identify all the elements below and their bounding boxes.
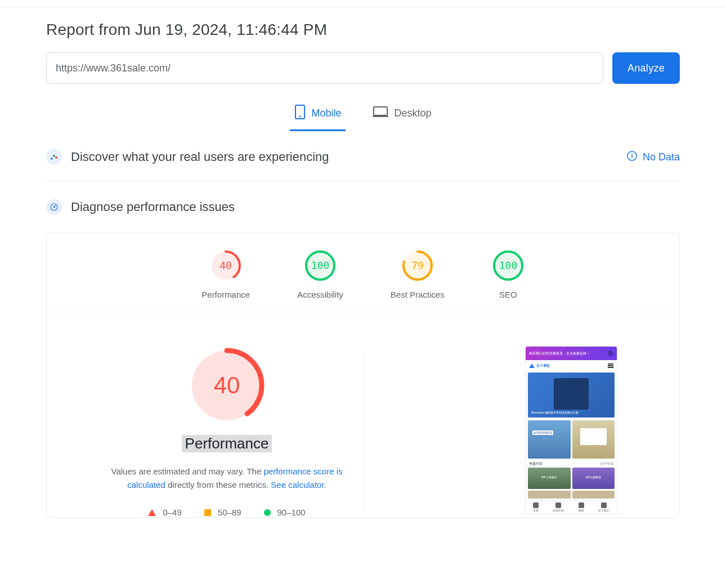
diagnose-panel: 40 Performance 100 Accessibility 79 Bes [46,233,680,518]
tab-mobile[interactable]: Mobile [290,104,346,131]
screenshot-thumbnail[interactable]: 购买我们的托管服务器，全充免费运维！ 乐子博客 Elementor 编辑器常见错… [525,346,617,514]
tab-mobile-label: Mobile [311,107,341,119]
thumb-card-laptop [572,420,615,459]
tab-desktop[interactable]: Desktop [368,104,436,131]
gauge-best-practices[interactable]: 79 Best Practices [391,249,445,299]
diagnose-section: Diagnose performance issues [46,181,680,224]
thumb-hamburger-icon [608,363,613,368]
thumb-banner-text: 购买我们的托管服务器，全充免费运维！ [529,351,590,356]
legend-good: 90–100 [264,508,306,517]
gauge-best-practices-score: 79 [411,259,424,271]
performance-detail: 40 Performance Values are estimated and … [47,312,679,517]
diagnose-icon [46,199,62,215]
legend-mid: 50–89 [204,508,241,517]
square-icon [204,509,211,516]
svg-point-4 [51,158,53,160]
performance-big-label: Performance [182,435,272,452]
svg-point-5 [53,155,55,157]
gauge-seo-score: 100 [499,259,517,271]
svg-point-8 [631,153,633,154]
svg-rect-9 [631,155,633,158]
thumb-hero-image: Elementor 编辑器常见错误及解决方案 [528,372,615,418]
circle-icon [264,509,271,516]
gauge-seo[interactable]: 100 SEO [492,249,525,299]
thumb-banner-close-icon [608,351,613,356]
thumb-bottom-nav: 首页 原创作品 服务 关于我们 [526,500,617,514]
crux-title: Discover what your real users are experi… [71,150,618,164]
url-row: Analyze [46,52,680,84]
thumb-logo: 乐子博客 [529,363,550,369]
vertical-separator [363,352,364,511]
gauges-row: 40 Performance 100 Accessibility 79 Bes [47,249,679,312]
triangle-icon [148,509,156,516]
thumb-card-wordpress [528,420,571,459]
desktop-icon [373,106,388,121]
performance-big-score: 40 [214,372,240,398]
svg-point-6 [55,156,57,159]
tab-desktop-label: Desktop [394,107,431,119]
crux-icon [46,149,62,165]
score-legend: 0–49 50–89 90–100 [148,508,305,517]
thumb-topic-b: WP主题教程 [572,468,615,489]
svg-point-11 [53,207,55,208]
thumb-all-topics-label: 全部专题 [600,461,613,466]
crux-section: Discover what your real users are experi… [46,131,680,181]
performance-big-gauge: 40 [187,346,266,425]
gauge-performance[interactable]: 40 Performance [201,249,250,299]
gauge-performance-label: Performance [201,290,250,299]
thumb-topic-a: WP主题建站 [528,468,571,489]
diagnose-title: Diagnose performance issues [71,200,680,214]
gauge-performance-score: 40 [219,259,232,271]
performance-note: Values are estimated and may vary. The p… [97,465,356,492]
gauge-accessibility-score: 100 [311,259,330,271]
no-data-link[interactable]: No Data [643,151,680,163]
see-calculator-link[interactable]: See calculator [271,480,324,490]
device-tabs: Mobile Desktop [46,104,680,131]
report-title: Report from Jun 19, 2024, 11:46:44 PM [46,7,680,52]
no-data-block: No Data [627,151,680,164]
gauge-seo-label: SEO [499,290,517,299]
analyze-button[interactable]: Analyze [612,52,680,84]
performance-left: 40 Performance Values are estimated and … [69,346,384,517]
mobile-icon [294,104,306,123]
svg-rect-3 [373,116,388,117]
gauge-accessibility-label: Accessibility [297,290,343,299]
url-input[interactable] [46,52,603,84]
gauge-best-practices-label: Best Practices [391,290,445,299]
svg-point-1 [299,116,301,118]
gauge-accessibility[interactable]: 100 Accessibility [297,249,343,299]
thumb-topics-label: 专题列表 [529,461,543,466]
svg-rect-2 [374,107,387,115]
legend-bad: 0–49 [148,508,181,517]
info-icon[interactable] [627,151,637,164]
